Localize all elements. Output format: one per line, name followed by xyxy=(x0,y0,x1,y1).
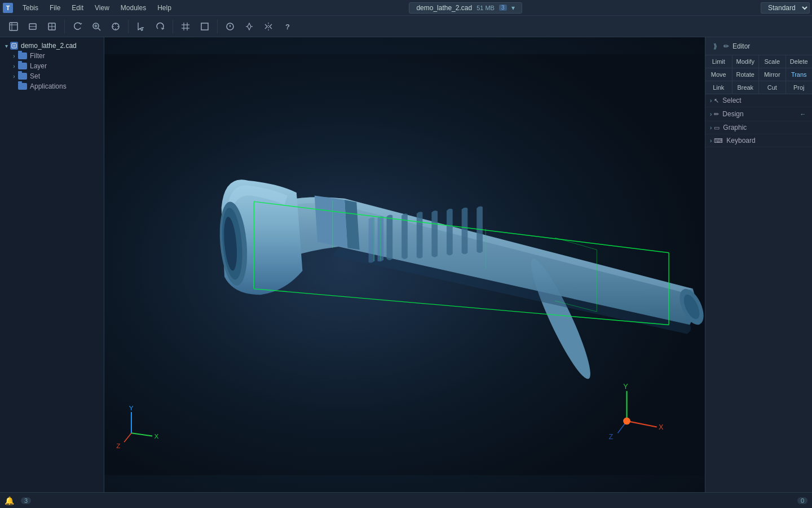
btn-rotate[interactable]: Rotate xyxy=(732,68,759,81)
sep2 xyxy=(128,20,129,33)
svg-rect-2 xyxy=(10,23,17,30)
filter-label: Filter xyxy=(30,52,45,60)
menu-help[interactable]: Help xyxy=(152,3,177,13)
side-view-btn[interactable] xyxy=(24,18,42,35)
menu-view[interactable]: View xyxy=(89,3,115,13)
bell-icon: 🔔 xyxy=(5,496,14,505)
svg-text:Z: Z xyxy=(609,432,614,441)
svg-text:X: X xyxy=(154,432,158,440)
set-chevron: › xyxy=(10,72,18,80)
btn-move[interactable]: Move xyxy=(705,68,732,81)
svg-point-26 xyxy=(230,26,231,27)
mirror-btn[interactable] xyxy=(259,18,277,35)
cad-file-icon xyxy=(10,42,18,50)
tree-item-applications[interactable]: Applications xyxy=(0,81,104,91)
tree-item-layer[interactable]: › Layer xyxy=(0,61,104,71)
btn-modify[interactable]: Modify xyxy=(732,55,759,68)
layer-chevron: › xyxy=(10,62,18,70)
tree-root[interactable]: ▾ demo_lathe_2.cad xyxy=(0,41,104,51)
file-tree-panel: ▾ demo_lathe_2.cad › Filter › Layer › xyxy=(0,37,104,492)
editor-grid-row1: Limit Modify Scale Delete xyxy=(705,55,812,68)
svg-point-62 xyxy=(623,418,630,425)
menu-file[interactable]: File xyxy=(44,3,66,13)
svg-text:Y: Y xyxy=(623,382,628,391)
menubar: T Tebis File Edit View Modules Help demo… xyxy=(0,0,812,16)
box-view-btn[interactable] xyxy=(5,18,23,35)
panel-expand-btn[interactable]: ⟫ xyxy=(710,41,720,51)
design-chevron: › xyxy=(710,111,712,117)
svg-text:Y: Y xyxy=(129,404,134,411)
rotate-mode-btn[interactable] xyxy=(151,18,169,35)
menu-tebis[interactable]: Tebis xyxy=(17,3,44,13)
keyboard-chevron: › xyxy=(710,138,712,144)
rpanel-graphic[interactable]: › ▭ Graphic xyxy=(705,121,812,134)
btn-mirror[interactable]: Mirror xyxy=(759,68,785,81)
btn-scale[interactable]: Scale xyxy=(759,55,785,68)
root-chevron: ▾ xyxy=(2,42,10,50)
sep1 xyxy=(64,20,65,33)
btn-link[interactable]: Link xyxy=(705,81,732,94)
grid-btn[interactable] xyxy=(176,18,195,35)
front-view-btn[interactable] xyxy=(43,18,61,35)
btn-limit[interactable]: Limit xyxy=(705,55,732,68)
design-icon: ✏ xyxy=(714,111,719,118)
bell-count-badge: 3 xyxy=(21,497,31,504)
editor-title: Editor xyxy=(732,42,750,50)
app-logo: T xyxy=(2,2,14,14)
svg-line-11 xyxy=(98,28,100,30)
zoom-fit-btn[interactable] xyxy=(87,18,105,35)
root-label: demo_lathe_2.cad xyxy=(21,42,77,50)
applications-label: Applications xyxy=(30,82,67,90)
svg-text:Z: Z xyxy=(116,442,120,449)
design-expand[interactable]: ← xyxy=(798,110,807,119)
applications-folder-icon xyxy=(18,83,27,90)
question-btn[interactable]: ? xyxy=(279,18,297,35)
btn-proj[interactable]: Proj xyxy=(786,81,813,94)
snap-btn[interactable] xyxy=(240,18,258,35)
svg-rect-31 xyxy=(12,43,16,48)
filesize: 51 MB xyxy=(476,5,495,11)
menu-edit[interactable]: Edit xyxy=(66,3,89,13)
layer-folder-icon xyxy=(18,63,27,69)
rpanel-select[interactable]: › ↖ Select xyxy=(705,94,812,107)
menu-modules[interactable]: Modules xyxy=(115,3,152,13)
viewport-svg: X Y Z X Y Z xyxy=(104,37,705,492)
statusbar: 🔔 3 0 xyxy=(0,492,812,508)
dropdown-arrow[interactable]: ▾ xyxy=(511,4,515,12)
frame-btn[interactable] xyxy=(196,18,214,35)
svg-text:T: T xyxy=(6,5,10,11)
measure-btn[interactable] xyxy=(221,18,239,35)
center-btn[interactable] xyxy=(107,18,125,35)
btn-cut[interactable]: Cut xyxy=(759,81,785,94)
rotate-view-btn[interactable] xyxy=(68,18,86,35)
filter-chevron: › xyxy=(10,52,18,60)
mode-selector[interactable]: Standard xyxy=(761,2,810,14)
select-label: Select xyxy=(722,97,741,104)
select-chevron: › xyxy=(710,98,712,104)
rpanel-keyboard[interactable]: › ⌨ Keyboard xyxy=(705,134,812,147)
viewport[interactable]: X Y Z X Y Z xyxy=(104,37,705,492)
title-area: demo_lathe_2.cad 51 MB 3 ▾ xyxy=(177,2,754,14)
select-mode-btn[interactable] xyxy=(132,18,150,35)
filename: demo_lathe_2.cad xyxy=(416,4,472,12)
toolbar: ? xyxy=(0,16,812,37)
btn-trans[interactable]: Trans xyxy=(786,68,813,81)
layer-label: Layer xyxy=(30,62,47,70)
set-label: Set xyxy=(30,72,40,80)
filter-folder-icon xyxy=(18,52,27,59)
tree-item-filter[interactable]: › Filter xyxy=(0,51,104,61)
file-tab[interactable]: demo_lathe_2.cad 51 MB 3 ▾ xyxy=(409,2,522,14)
svg-text:?: ? xyxy=(285,23,290,31)
right-count-badge: 0 xyxy=(797,497,807,504)
tree-item-set[interactable]: › Set xyxy=(0,71,104,81)
editor-header: ⟫ ✏ Editor xyxy=(705,37,812,55)
btn-break[interactable]: Break xyxy=(732,81,759,94)
rpanel-design[interactable]: › ✏ Design ← xyxy=(705,107,812,121)
editor-grid-row3: Link Break Cut Proj xyxy=(705,81,812,94)
btn-delete[interactable]: Delete xyxy=(786,55,813,68)
svg-rect-23 xyxy=(201,23,208,30)
graphic-icon: ▭ xyxy=(714,124,720,132)
select-icon: ↖ xyxy=(714,97,719,104)
graphic-chevron: › xyxy=(710,125,712,131)
design-label: Design xyxy=(722,110,743,118)
